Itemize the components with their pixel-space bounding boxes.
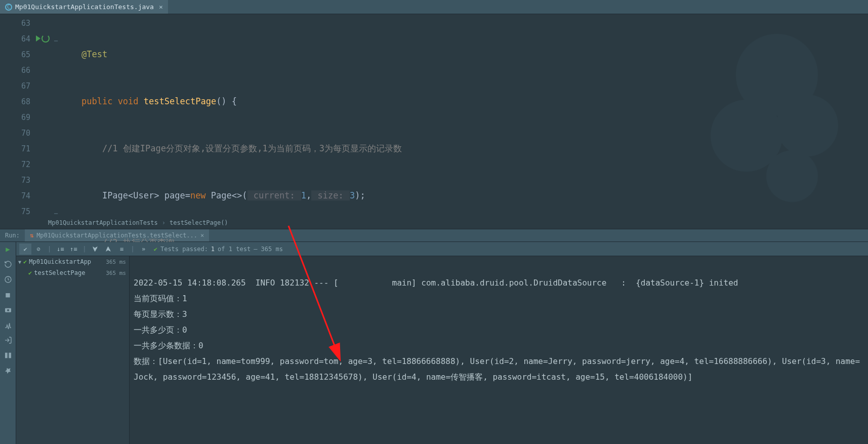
expand-all-icon[interactable]: ⮟: [89, 244, 101, 255]
line-number: 68: [0, 94, 51, 109]
line-number: 69: [0, 109, 51, 125]
fold-handle-icon[interactable]: ⎯: [51, 30, 61, 46]
check-icon: ✔: [28, 269, 32, 276]
line-number: 64: [0, 31, 51, 47]
analyze-icon[interactable]: [3, 320, 13, 330]
code-area[interactable]: @Test public void testSelectPage() { //1…: [61, 14, 868, 217]
line-number: 63: [0, 15, 51, 31]
exit-icon[interactable]: [3, 335, 13, 345]
rerun-gutter-icon[interactable]: [42, 34, 50, 43]
line-number: 73: [0, 172, 51, 188]
camera-icon[interactable]: [3, 305, 13, 315]
line-number: 67: [0, 78, 51, 94]
editor-tab-bar: C Mp01QuickstartApplicationTests.java ×: [0, 0, 868, 14]
line-number: 66: [0, 62, 51, 78]
console-line: 当前页码值：1: [134, 294, 187, 303]
sort-down-icon[interactable]: ↓≡: [54, 244, 66, 255]
test-tree-item[interactable]: ✔ testSelectPage 365 ms: [16, 267, 129, 278]
console-output[interactable]: 2022-05-15 14:18:08.265 INFO 182132 --- …: [130, 256, 868, 444]
console-line: 每页显示数：3: [134, 309, 187, 319]
fold-handle-icon[interactable]: ⎯: [51, 203, 61, 218]
svg-rect-4: [5, 353, 8, 358]
run-config-icon: ⇅: [30, 232, 33, 239]
line-number: 75: [0, 204, 51, 219]
line-number: 70: [0, 125, 51, 141]
file-tab-label: Mp01QuickstartApplicationTests.java: [15, 3, 154, 11]
test-tree: ▼ ✔ Mp01QuickstartApp 365 ms ✔ testSelec…: [16, 256, 130, 444]
console-line: 一共多少页：0: [134, 325, 187, 335]
check-icon: ✔: [154, 246, 157, 253]
test-toolbar: ✔ ⊘ | ↓≡ ↑≡ | ⮟ ⮝ ≡ | » ✔ Tests passed: …: [16, 242, 868, 256]
tests-status: ✔ Tests passed: 1 of 1 test – 365 ms: [154, 246, 283, 253]
check-icon: ✔: [23, 258, 27, 265]
pin-icon[interactable]: [3, 366, 13, 376]
debug-restart-icon[interactable]: [3, 259, 13, 269]
file-tab[interactable]: C Mp01QuickstartApplicationTests.java ×: [0, 0, 168, 14]
run-label: Run:: [5, 232, 20, 239]
run-side-toolbar: ▶ ■: [0, 242, 16, 444]
run-icon[interactable]: ▶: [3, 244, 13, 254]
gutter: 63 64 65 66 67 68 69 70 71 72 73 74 75: [0, 14, 51, 217]
prev-occurrence-icon[interactable]: ≡: [115, 244, 128, 255]
editor: 63 64 65 66 67 68 69 70 71 72 73 74 75 ⎯…: [0, 14, 868, 217]
more-icon[interactable]: »: [138, 244, 150, 255]
layout-icon[interactable]: [3, 350, 13, 360]
class-icon: C: [5, 4, 12, 11]
chevron-down-icon: ▼: [18, 259, 21, 265]
sort-up-icon[interactable]: ↑≡: [67, 244, 79, 255]
show-passed-icon[interactable]: ✔: [19, 244, 31, 255]
console-line: 一共多少条数据：0: [134, 341, 203, 350]
line-number: 65: [0, 47, 51, 62]
line-number: 74: [0, 188, 51, 204]
toggle-tests-icon[interactable]: [3, 274, 13, 285]
line-number: 71: [0, 141, 51, 156]
console-line: 数据：[User(id=1, name=tom999, password=tom…: [134, 356, 860, 382]
collapse-all-icon[interactable]: ⮝: [102, 244, 114, 255]
svg-rect-5: [9, 353, 11, 358]
close-icon[interactable]: ×: [159, 3, 163, 11]
console-line: 2022-05-15 14:18:08.265 INFO 182132 --- …: [134, 278, 738, 288]
svg-point-2: [7, 309, 9, 311]
test-tree-root[interactable]: ▼ ✔ Mp01QuickstartApp 365 ms: [16, 256, 129, 267]
stop-icon[interactable]: ■: [3, 290, 13, 300]
fold-strip: ⎯ ⎯: [51, 14, 61, 217]
show-ignored-icon[interactable]: ⊘: [32, 244, 45, 255]
line-number: 72: [0, 156, 51, 172]
run-panel: ▶ ■ ✔ ⊘ | ↓≡ ↑≡ | ⮟: [0, 242, 868, 444]
